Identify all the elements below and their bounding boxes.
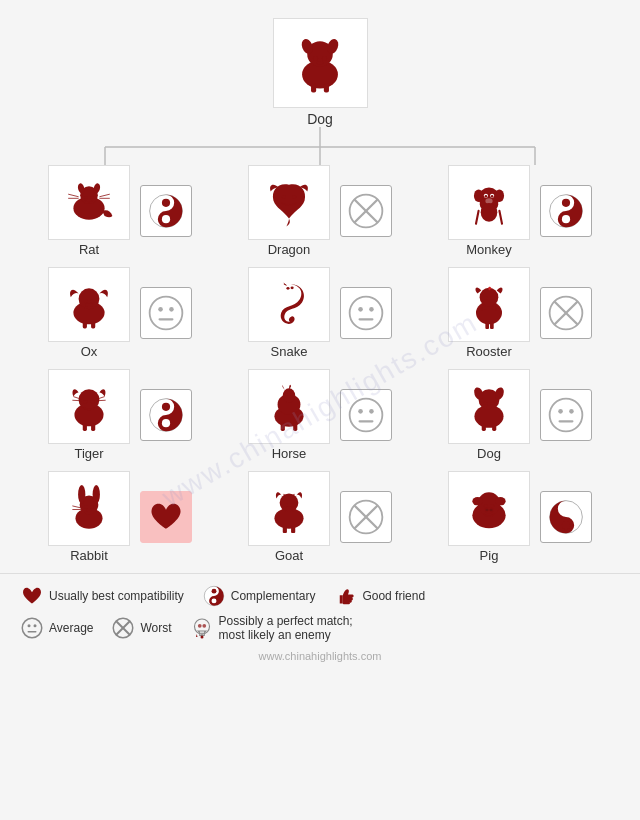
svg-point-135 — [490, 508, 493, 511]
svg-rect-51 — [91, 320, 95, 328]
legend-neutral-icon — [20, 616, 44, 640]
svg-rect-67 — [490, 321, 494, 328]
snake-symbol — [340, 287, 392, 339]
svg-rect-103 — [492, 423, 496, 430]
legend-thumb-symbol — [333, 584, 357, 608]
svg-rect-89 — [281, 422, 285, 430]
svg-point-129 — [472, 497, 482, 505]
legend-worst-icon — [111, 616, 135, 640]
dragon-icon — [263, 177, 315, 229]
top-animal-box: Dog — [273, 18, 368, 127]
legend-row-2: Average Worst — [20, 614, 620, 642]
svg-point-153 — [200, 636, 203, 639]
svg-rect-80 — [91, 423, 95, 430]
ox-label: Ox — [81, 344, 98, 359]
legend-neutral-symbol — [20, 616, 44, 640]
svg-point-111 — [93, 485, 100, 504]
snake-box: Snake — [248, 267, 330, 359]
svg-point-113 — [90, 505, 94, 508]
ox-box: Ox — [48, 267, 130, 359]
svg-point-74 — [91, 399, 95, 403]
svg-point-58 — [350, 297, 383, 330]
cell-ox: Ox — [48, 267, 192, 359]
dog-symbol — [540, 389, 592, 441]
horse-label: Horse — [272, 446, 307, 461]
rabbit-symbol — [140, 491, 192, 543]
svg-rect-66 — [485, 321, 489, 328]
svg-point-151 — [202, 624, 206, 628]
svg-point-19 — [91, 196, 94, 199]
complementary-symbol-4 — [546, 497, 586, 537]
cell-dragon: Dragon — [248, 165, 392, 257]
svg-rect-8 — [324, 83, 329, 92]
svg-point-93 — [369, 409, 374, 414]
svg-point-60 — [369, 307, 374, 312]
svg-point-49 — [85, 302, 92, 306]
svg-point-63 — [480, 287, 499, 306]
svg-point-43 — [562, 199, 570, 207]
legend-skull-icon — [190, 616, 214, 640]
svg-point-140 — [211, 589, 216, 594]
legend-yin-symbol — [202, 584, 226, 608]
rat-symbol — [140, 185, 192, 237]
neutral-symbol-3 — [346, 395, 386, 435]
tiger-symbol — [140, 389, 192, 441]
cell-tiger: Tiger — [48, 369, 192, 461]
legend-avg-label: Average — [49, 621, 93, 635]
svg-point-54 — [169, 307, 174, 312]
rooster-box: Rooster — [448, 267, 530, 359]
svg-point-150 — [197, 624, 201, 628]
svg-point-83 — [162, 419, 170, 427]
rabbit-box: Rabbit — [48, 471, 130, 563]
legend-best-label: Usually best compatibility — [49, 589, 184, 603]
row-1: Rat — [20, 165, 620, 257]
svg-point-134 — [485, 508, 488, 511]
horse-icon — [263, 381, 315, 433]
neutral-symbol-4 — [546, 395, 586, 435]
svg-point-27 — [282, 194, 286, 198]
goat-box: Goat — [248, 471, 330, 563]
rabbit-icon — [63, 483, 115, 535]
legend-item-friend: Good friend — [333, 584, 425, 608]
legend-item-worst: Worst — [111, 616, 171, 640]
svg-point-104 — [550, 399, 583, 432]
complementary-symbol-2 — [546, 191, 586, 231]
legend-worst-label: Worst — [140, 621, 171, 635]
cell-snake: Snake — [248, 267, 392, 359]
svg-point-26 — [162, 215, 170, 223]
cell-monkey: Monkey — [448, 165, 592, 257]
complementary-symbol — [146, 191, 186, 231]
cell-pig: Pig — [448, 471, 592, 563]
dog-label: Dog — [477, 446, 501, 461]
snake-icon — [263, 279, 315, 331]
svg-rect-122 — [283, 525, 287, 532]
svg-point-143 — [28, 624, 31, 627]
rows-area: Rat — [0, 165, 640, 563]
legend-item-enemy: Possibly a perfect match; most likely an… — [190, 614, 379, 642]
svg-rect-90 — [293, 422, 297, 430]
svg-point-121 — [285, 506, 292, 511]
svg-point-144 — [34, 624, 37, 627]
pig-symbol — [540, 491, 592, 543]
cell-dog: Dog — [448, 369, 592, 461]
neutral-symbol-2 — [346, 293, 386, 333]
svg-point-48 — [90, 299, 94, 302]
svg-point-59 — [358, 307, 363, 312]
tiger-icon — [63, 381, 115, 433]
goat-icon — [263, 483, 315, 535]
rabbit-label: Rabbit — [70, 548, 108, 563]
svg-point-4 — [313, 57, 318, 61]
snake-label: Snake — [271, 344, 308, 359]
legend-comp-label: Complementary — [231, 589, 316, 603]
svg-point-119 — [284, 503, 288, 506]
legend-item-avg: Average — [20, 616, 93, 640]
website-label: www.chinahighlights.com — [259, 650, 382, 662]
goat-label: Goat — [275, 548, 303, 563]
pig-icon — [463, 483, 515, 535]
connector-svg — [30, 127, 610, 165]
svg-point-92 — [358, 409, 363, 414]
monkey-box: Monkey — [448, 165, 530, 257]
svg-point-149 — [194, 619, 209, 634]
legend-friend-label: Good friend — [362, 589, 425, 603]
ox-symbol — [140, 287, 192, 339]
